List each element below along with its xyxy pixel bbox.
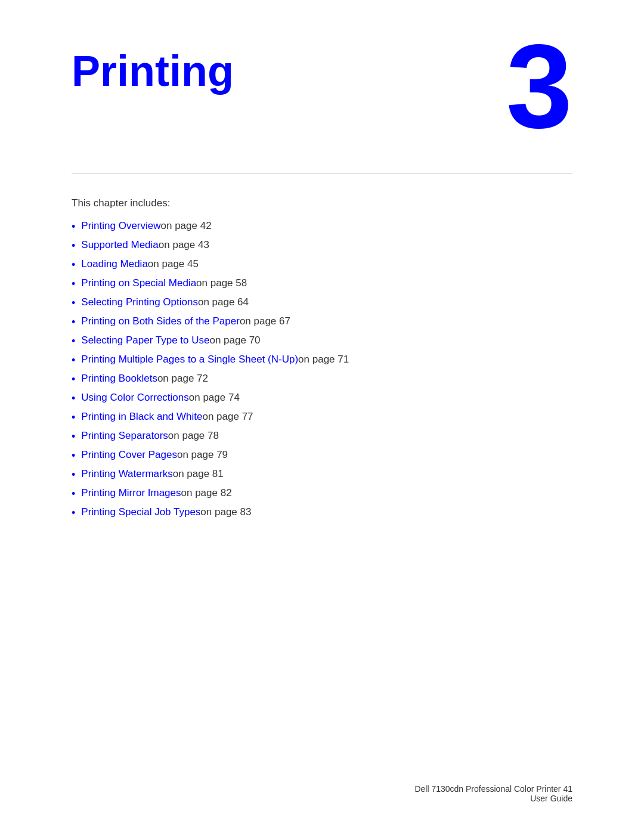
- intro-text: This chapter includes:: [72, 197, 572, 209]
- bullet-icon: •: [72, 469, 75, 481]
- toc-list-item: •Printing on Special Media on page 58: [72, 277, 572, 290]
- toc-link[interactable]: Printing Special Job Types: [81, 506, 200, 518]
- toc-suffix: on page 42: [161, 220, 212, 232]
- bullet-icon: •: [72, 278, 75, 290]
- toc-suffix: on page 70: [209, 335, 260, 346]
- toc-suffix: on page 81: [173, 468, 224, 480]
- bullet-icon: •: [72, 221, 75, 233]
- toc-link[interactable]: Printing in Black and White: [81, 411, 202, 423]
- toc-suffix: on page 77: [202, 411, 253, 423]
- toc-link[interactable]: Supported Media: [81, 239, 158, 251]
- bullet-icon: •: [72, 507, 75, 519]
- toc-list-item: •Printing Watermarks on page 81: [72, 468, 572, 481]
- toc-suffix: on page 71: [298, 354, 349, 366]
- toc-suffix: on page 58: [196, 277, 247, 289]
- bullet-icon: •: [72, 335, 75, 348]
- bullet-icon: •: [72, 259, 75, 271]
- bullet-icon: •: [72, 240, 75, 252]
- toc-list-item: •Printing Mirror Images on page 82: [72, 487, 572, 500]
- toc-suffix: on page 78: [168, 430, 219, 442]
- chapter-number: 3: [506, 36, 572, 137]
- toc-list-item: •Printing Separators on page 78: [72, 430, 572, 443]
- bullet-icon: •: [72, 373, 75, 386]
- toc-list-item: •Printing Booklets on page 72: [72, 373, 572, 386]
- toc-link[interactable]: Printing Watermarks: [81, 468, 172, 480]
- bullet-icon: •: [72, 354, 75, 367]
- footer-line2: User Guide: [414, 794, 572, 803]
- toc-list-item: •Printing Special Job Types on page 83: [72, 506, 572, 519]
- bullet-icon: •: [72, 411, 75, 424]
- toc-list-item: •Selecting Paper Type to Use on page 70: [72, 335, 572, 348]
- page-container: Printing 3 This chapter includes: •Print…: [0, 0, 644, 833]
- bullet-icon: •: [72, 450, 75, 462]
- bullet-icon: •: [72, 488, 75, 500]
- toc-link[interactable]: Loading Media: [81, 258, 148, 270]
- toc-suffix: on page 45: [148, 258, 199, 270]
- bullet-icon: •: [72, 297, 75, 309]
- toc-list-item: •Loading Media on page 45: [72, 258, 572, 271]
- toc-list-item: •Supported Media on page 43: [72, 239, 572, 252]
- footer-line1: Dell 7130cdn Professional Color Printer …: [414, 784, 572, 794]
- toc-list-item: •Using Color Corrections on page 74: [72, 392, 572, 405]
- toc-list-item: •Selecting Printing Options on page 64: [72, 296, 572, 309]
- toc-link[interactable]: Printing on Special Media: [81, 277, 196, 289]
- toc-link[interactable]: Printing Cover Pages: [81, 449, 177, 461]
- toc-list-item: •Printing on Both Sides of the Paper on …: [72, 315, 572, 329]
- toc-list-item: •Printing in Black and White on page 77: [72, 411, 572, 424]
- toc-list-item: •Printing Multiple Pages to a Single She…: [72, 354, 572, 367]
- bullet-icon: •: [72, 431, 75, 443]
- toc-link[interactable]: Selecting Printing Options: [81, 296, 198, 308]
- toc-suffix: on page 83: [200, 506, 251, 518]
- toc-link[interactable]: Printing on Both Sides of the Paper: [81, 315, 240, 327]
- header-section: Printing 3: [72, 48, 572, 137]
- toc-suffix: on page 74: [189, 392, 240, 404]
- toc-link[interactable]: Printing Mirror Images: [81, 487, 181, 499]
- toc-suffix: on page 79: [177, 449, 228, 461]
- toc-suffix: on page 82: [181, 487, 232, 499]
- divider-line: [72, 173, 572, 174]
- bullet-icon: •: [72, 392, 75, 405]
- footer: Dell 7130cdn Professional Color Printer …: [414, 784, 572, 803]
- toc-link[interactable]: Printing Booklets: [81, 373, 157, 385]
- toc-suffix: on page 72: [157, 373, 208, 385]
- toc-list-item: •Printing Overview on page 42: [72, 220, 572, 233]
- toc-link[interactable]: Using Color Corrections: [81, 392, 188, 404]
- toc-link[interactable]: Printing Separators: [81, 430, 168, 442]
- toc-link[interactable]: Selecting Paper Type to Use: [81, 335, 209, 346]
- toc-suffix: on page 64: [198, 296, 249, 308]
- toc-suffix: on page 43: [159, 239, 209, 251]
- toc-list: •Printing Overview on page 42•Supported …: [72, 220, 572, 519]
- toc-suffix: on page 67: [240, 315, 290, 327]
- chapter-title: Printing: [72, 48, 234, 95]
- toc-link[interactable]: Printing Overview: [81, 220, 160, 232]
- toc-link[interactable]: Printing Multiple Pages to a Single Shee…: [81, 354, 298, 366]
- toc-list-item: •Printing Cover Pages on page 79: [72, 449, 572, 462]
- bullet-icon: •: [72, 316, 75, 329]
